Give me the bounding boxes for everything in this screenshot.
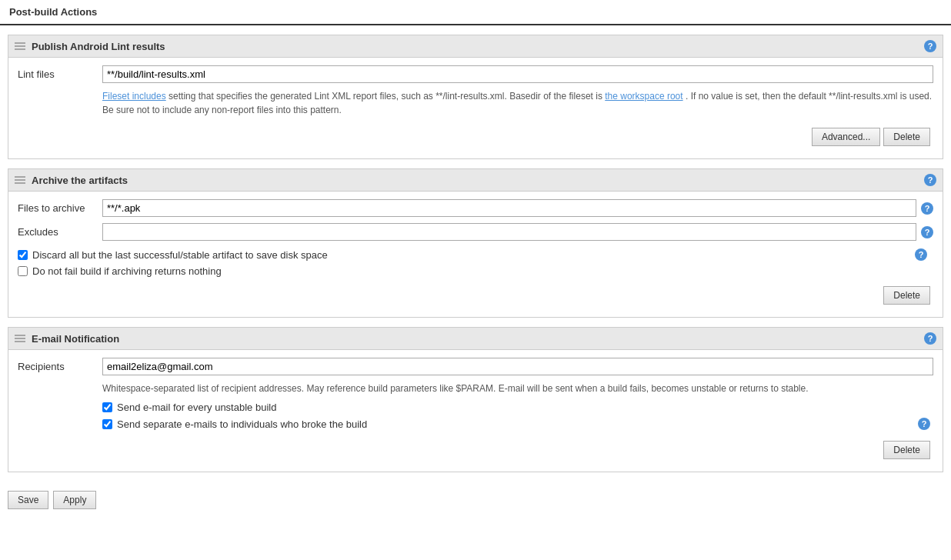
label-files-to-archive: Files to archive bbox=[18, 199, 102, 214]
page-title: Post-build Actions bbox=[9, 6, 97, 18]
label-lint-files: Lint files bbox=[18, 65, 102, 80]
buttons-email: Delete bbox=[18, 436, 933, 464]
drag-handle-archive[interactable] bbox=[15, 175, 25, 185]
help-icon-excludes[interactable]: ? bbox=[921, 226, 933, 238]
help-icon-archive[interactable]: ? bbox=[924, 174, 936, 186]
help-icon-email-section[interactable]: ? bbox=[924, 332, 936, 345]
form-row-recipients: Recipients bbox=[18, 358, 933, 375]
buttons-publish-lint: Advanced... Delete bbox=[18, 123, 933, 151]
hint-lint-files: Fileset includes setting that specifies … bbox=[102, 89, 933, 117]
section-body-archive: Files to archive ? Excludes ? bbox=[8, 192, 943, 317]
page-header: Post-build Actions bbox=[0, 0, 951, 25]
delete-button-lint[interactable]: Delete bbox=[883, 128, 930, 146]
field-lint-files bbox=[102, 65, 933, 83]
section-header-publish-lint: Publish Android Lint results ? bbox=[8, 35, 943, 58]
label-discard: Discard all but the last successful/stab… bbox=[32, 249, 328, 261]
checkbox-no-fail[interactable] bbox=[18, 266, 28, 276]
section-body-publish-lint: Lint files Fileset includes setting that… bbox=[8, 58, 943, 158]
label-no-fail: Do not fail build if archiving returns n… bbox=[32, 265, 222, 277]
input-excludes[interactable] bbox=[102, 223, 916, 241]
section-header-email: E-mail Notification ? bbox=[8, 328, 943, 350]
input-recipients[interactable] bbox=[102, 358, 933, 375]
field-files-to-archive bbox=[102, 199, 916, 217]
help-icon-files-to-archive[interactable]: ? bbox=[921, 202, 933, 215]
section-email-notification: E-mail Notification ? Recipients Whitesp… bbox=[8, 327, 943, 472]
workspace-root-link[interactable]: the workspace root bbox=[605, 91, 682, 102]
checkbox-row-broke: Send separate e-mails to individuals who… bbox=[102, 418, 933, 430]
checkbox-broke[interactable] bbox=[102, 419, 112, 429]
checkbox-discard[interactable] bbox=[18, 250, 28, 260]
delete-button-archive[interactable]: Delete bbox=[883, 286, 930, 305]
fileset-includes-link[interactable]: Fileset includes bbox=[102, 91, 166, 102]
checkbox-row-discard: Discard all but the last successful/stab… bbox=[18, 248, 930, 261]
recipients-hint: Whitespace-separated list of recipient a… bbox=[102, 382, 933, 395]
input-lint-files[interactable] bbox=[102, 65, 933, 83]
label-broke: Send separate e-mails to individuals who… bbox=[117, 418, 367, 430]
form-row-excludes: Excludes ? bbox=[18, 223, 933, 241]
save-button[interactable]: Save bbox=[8, 491, 48, 509]
apply-button[interactable]: Apply bbox=[53, 491, 96, 509]
drag-handle-publish-lint[interactable] bbox=[15, 42, 25, 51]
form-row-lint-files: Lint files bbox=[18, 65, 933, 83]
section-title-archive: Archive the artifacts bbox=[32, 175, 924, 186]
delete-button-email[interactable]: Delete bbox=[883, 441, 930, 459]
buttons-archive: Delete bbox=[18, 282, 933, 309]
section-body-email: Recipients Whitespace-separated list of … bbox=[8, 350, 943, 472]
section-archive-artifacts: Archive the artifacts ? Files to archive… bbox=[8, 168, 943, 318]
form-row-files-to-archive: Files to archive ? bbox=[18, 199, 933, 217]
help-icon-discard[interactable]: ? bbox=[915, 248, 927, 261]
bottom-buttons: Save Apply bbox=[0, 482, 951, 518]
section-title-email: E-mail Notification bbox=[32, 333, 924, 345]
drag-handle-email[interactable] bbox=[15, 334, 25, 343]
section-header-archive: Archive the artifacts ? bbox=[8, 169, 943, 192]
advanced-button-lint[interactable]: Advanced... bbox=[812, 128, 880, 146]
checkbox-unstable[interactable] bbox=[102, 402, 112, 412]
label-unstable: Send e-mail for every unstable build bbox=[117, 402, 276, 413]
checkbox-row-unstable: Send e-mail for every unstable build bbox=[102, 402, 933, 413]
label-excludes: Excludes bbox=[18, 223, 102, 238]
label-recipients: Recipients bbox=[18, 358, 102, 372]
help-icon-broke[interactable]: ? bbox=[918, 418, 930, 430]
input-files-to-archive[interactable] bbox=[102, 199, 916, 217]
field-recipients bbox=[102, 358, 933, 375]
help-icon-publish-lint[interactable]: ? bbox=[924, 40, 936, 52]
section-title-publish-lint: Publish Android Lint results bbox=[32, 41, 924, 52]
page-wrapper: Post-build Actions Publish Android Lint … bbox=[0, 0, 951, 560]
checkbox-row-no-fail: Do not fail build if archiving returns n… bbox=[18, 265, 930, 277]
section-publish-lint: Publish Android Lint results ? Lint file… bbox=[8, 35, 943, 159]
